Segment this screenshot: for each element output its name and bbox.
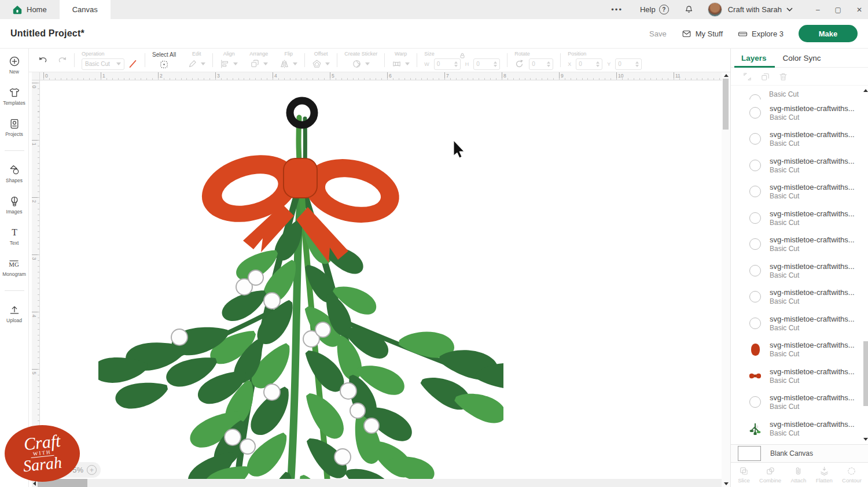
vertical-scroll-thumb[interactable]: [723, 79, 729, 130]
layer-row[interactable]: svg-mistletoe-craftwiths... Basic Cut: [731, 179, 863, 205]
y-input[interactable]: 0: [615, 58, 642, 70]
sidebar-item-upload[interactable]: Upload: [6, 304, 22, 323]
contour-button[interactable]: Contour: [842, 466, 862, 484]
layer-row[interactable]: svg-mistletoe-craftwiths... Basic Cut: [731, 337, 863, 363]
flip-label: Flip: [284, 51, 293, 57]
layer-row[interactable]: svg-mistletoe-craftwiths... Basic Cut: [731, 126, 863, 153]
panel-scroll-thumb[interactable]: [863, 341, 868, 406]
layer-row[interactable]: svg-mistletoe-craftwiths... Basic Cut: [731, 205, 863, 231]
warp-icon[interactable]: [392, 59, 402, 69]
make-button[interactable]: Make: [799, 25, 858, 42]
align-icon[interactable]: [220, 59, 230, 69]
sidebar-item-monogram[interactable]: MG Monogram: [2, 258, 26, 277]
scroll-down-arrow[interactable]: [724, 482, 729, 485]
layers-list: Basic Cut svg-mistletoe-craftwiths... Ba…: [731, 87, 863, 444]
slice-button[interactable]: Slice: [738, 466, 750, 484]
offset-icon[interactable]: [312, 59, 322, 69]
hanging-ring: [290, 101, 314, 125]
layer-thumbnail-circle: [749, 160, 761, 171]
undo-icon[interactable]: [38, 56, 48, 65]
question-icon: ?: [659, 5, 669, 14]
sidebar-item-images[interactable]: Images: [6, 195, 23, 215]
blank-canvas-row[interactable]: Blank Canvas: [731, 444, 868, 463]
select-all-label: Select All: [152, 51, 176, 58]
layer-row[interactable]: svg-mistletoe-craftwiths... Basic Cut: [731, 389, 863, 416]
delete-icon[interactable]: [778, 72, 788, 82]
layer-row[interactable]: svg-mistletoe-craftwiths... Basic Cut: [731, 152, 863, 179]
edit-pen-icon[interactable]: [187, 59, 197, 69]
tab-color-sync[interactable]: Color Sync: [783, 54, 821, 62]
tab-layers[interactable]: Layers: [741, 54, 767, 62]
layer-name: svg-mistletoe-craftwiths...: [770, 393, 855, 402]
rotate-input[interactable]: 0: [529, 58, 553, 70]
height-input[interactable]: 0: [473, 58, 500, 70]
duplicate-icon[interactable]: [760, 72, 770, 82]
design-canvas[interactable]: 01234567891011 0123456: [29, 72, 730, 487]
mistletoe-artwork[interactable]: [98, 91, 503, 487]
notifications-button[interactable]: [684, 5, 694, 14]
avatar[interactable]: [708, 2, 722, 17]
chevron-down-icon: [786, 8, 793, 12]
ruler-corner: [32, 72, 40, 80]
canvas-vertical-scrollbar[interactable]: [722, 72, 730, 487]
operation-value: Basic Cut: [85, 61, 110, 67]
flip-icon[interactable]: [279, 59, 289, 69]
layer-row[interactable]: svg-mistletoe-craftwiths... Basic Cut: [731, 231, 863, 258]
scroll-up-arrow[interactable]: [724, 74, 729, 77]
redo-icon[interactable]: [57, 56, 67, 65]
canvas-horizontal-scrollbar[interactable]: [32, 479, 722, 487]
sidebar-divider: [5, 150, 24, 151]
panel-scroll-up[interactable]: [863, 89, 868, 92]
my-stuff-button[interactable]: My Stuff: [682, 29, 723, 39]
layer-row[interactable]: svg-mistletoe-craftwiths... Basic Cut: [731, 99, 863, 126]
tab-home[interactable]: Home: [0, 0, 60, 19]
panel-scrollbar[interactable]: [863, 87, 868, 444]
combine-button[interactable]: Combine: [759, 466, 781, 484]
layer-thumbnail-circle: [749, 291, 761, 302]
group-icon[interactable]: [742, 72, 752, 82]
x-input[interactable]: 0: [576, 58, 602, 70]
panel-scroll-down[interactable]: [863, 438, 868, 441]
explore-machine-button[interactable]: Explore 3: [738, 29, 784, 39]
sidebar-label: Templates: [3, 100, 25, 106]
account-menu[interactable]: Craft with Sarah: [728, 5, 793, 14]
operation-label: Operation: [82, 51, 138, 57]
scroll-left-arrow[interactable]: [33, 481, 36, 486]
save-button[interactable]: Save: [649, 29, 667, 38]
sidebar-item-text[interactable]: T Text: [9, 227, 20, 246]
arrange-icon[interactable]: [250, 59, 260, 69]
layer-row-partial[interactable]: Basic Cut: [731, 87, 863, 99]
sidebar-item-templates[interactable]: Templates: [3, 87, 25, 106]
zoom-in-icon[interactable]: +: [87, 465, 97, 475]
layer-row[interactable]: svg-mistletoe-craftwiths... Basic Cut: [731, 363, 863, 389]
operation-select[interactable]: Basic Cut: [82, 58, 124, 70]
flatten-button[interactable]: Flatten: [816, 466, 833, 484]
sidebar-item-shapes[interactable]: Shapes: [6, 164, 23, 183]
attach-label: Attach: [790, 477, 806, 484]
width-input[interactable]: 0: [434, 58, 461, 70]
more-menu-icon[interactable]: •••: [611, 5, 623, 14]
create-sticker-icon[interactable]: [352, 59, 362, 69]
layer-row[interactable]: svg-mistletoe-craftwiths... Basic Cut: [731, 310, 863, 337]
select-all-icon[interactable]: [159, 60, 169, 69]
lock-icon[interactable]: [459, 52, 466, 59]
rotate-icon[interactable]: [514, 59, 524, 69]
layer-row[interactable]: svg-mistletoe-craftwiths... Basic Cut: [731, 415, 863, 442]
pen-color-icon[interactable]: [128, 59, 138, 69]
sidebar-item-new[interactable]: New: [9, 56, 20, 75]
layer-name: svg-mistletoe-craftwiths...: [770, 367, 855, 376]
create-sticker-label: Create Sticker: [344, 51, 377, 57]
minimize-button[interactable]: –: [816, 6, 820, 14]
attach-button[interactable]: Attach: [790, 466, 806, 484]
offset-label: Offset: [314, 51, 328, 57]
maximize-button[interactable]: ▢: [835, 6, 841, 14]
help-button[interactable]: Help ?: [640, 5, 669, 14]
layer-row[interactable]: svg-mistletoe-craftwiths... Basic Cut: [731, 284, 863, 311]
layer-subtitle: Basic Cut: [770, 139, 855, 147]
sidebar-item-projects[interactable]: Projects: [5, 118, 23, 137]
layer-row[interactable]: svg-mistletoe-craftwiths... Basic Cut: [731, 257, 863, 284]
layer-thumbnail-knot: [751, 344, 760, 356]
close-button[interactable]: ✕: [856, 6, 862, 14]
tab-canvas[interactable]: Canvas: [60, 0, 111, 19]
position-label: Position: [568, 51, 642, 57]
